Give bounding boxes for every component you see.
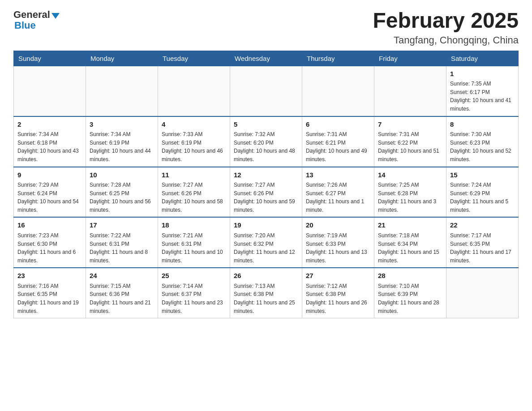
calendar-cell xyxy=(374,66,446,116)
day-number: 1 xyxy=(450,69,515,79)
calendar-cell: 6Sunrise: 7:31 AMSunset: 6:21 PMDaylight… xyxy=(302,116,374,167)
calendar-cell xyxy=(14,66,86,116)
day-info: Sunrise: 7:28 AMSunset: 6:25 PMDaylight:… xyxy=(90,181,154,214)
day-number: 10 xyxy=(90,170,154,180)
weekday-header-monday: Monday xyxy=(86,51,158,66)
day-number: 24 xyxy=(90,271,154,281)
day-info: Sunrise: 7:13 AMSunset: 6:38 PMDaylight:… xyxy=(234,282,298,315)
calendar-cell: 14Sunrise: 7:25 AMSunset: 6:28 PMDayligh… xyxy=(374,167,446,218)
month-title: February 2025 xyxy=(373,9,519,33)
day-number: 16 xyxy=(17,220,82,231)
day-info: Sunrise: 7:27 AMSunset: 6:26 PMDaylight:… xyxy=(162,181,226,214)
calendar-cell: 9Sunrise: 7:29 AMSunset: 6:24 PMDaylight… xyxy=(14,167,86,218)
day-info: Sunrise: 7:15 AMSunset: 6:36 PMDaylight:… xyxy=(90,282,154,315)
calendar-cell: 2Sunrise: 7:34 AMSunset: 6:18 PMDaylight… xyxy=(14,116,86,167)
logo-text-blue: Blue xyxy=(14,20,36,31)
day-info: Sunrise: 7:25 AMSunset: 6:28 PMDaylight:… xyxy=(378,181,442,214)
day-number: 4 xyxy=(162,120,226,130)
calendar-cell: 12Sunrise: 7:27 AMSunset: 6:26 PMDayligh… xyxy=(230,167,302,218)
day-number: 15 xyxy=(450,170,515,180)
day-number: 17 xyxy=(90,220,154,231)
day-number: 3 xyxy=(90,120,154,130)
day-number: 23 xyxy=(17,271,82,281)
day-number: 27 xyxy=(306,271,370,281)
logo-arrow-icon xyxy=(51,13,60,19)
calendar-cell: 4Sunrise: 7:33 AMSunset: 6:19 PMDaylight… xyxy=(158,116,230,167)
day-info: Sunrise: 7:17 AMSunset: 6:35 PMDaylight:… xyxy=(450,231,515,265)
day-number: 8 xyxy=(450,120,515,130)
calendar-cell: 10Sunrise: 7:28 AMSunset: 6:25 PMDayligh… xyxy=(86,167,158,218)
day-number: 19 xyxy=(234,220,298,231)
calendar-cell xyxy=(230,66,302,116)
logo: General Blue xyxy=(13,9,60,31)
calendar-cell xyxy=(86,66,158,116)
calendar-cell: 28Sunrise: 7:10 AMSunset: 6:39 PMDayligh… xyxy=(374,268,446,318)
logo-text-general: General xyxy=(13,9,50,21)
day-info: Sunrise: 7:23 AMSunset: 6:30 PMDaylight:… xyxy=(17,231,82,265)
calendar-cell: 24Sunrise: 7:15 AMSunset: 6:36 PMDayligh… xyxy=(86,268,158,318)
day-info: Sunrise: 7:24 AMSunset: 6:29 PMDaylight:… xyxy=(450,181,515,214)
week-row-3: 9Sunrise: 7:29 AMSunset: 6:24 PMDaylight… xyxy=(14,167,519,218)
calendar-cell: 27Sunrise: 7:12 AMSunset: 6:38 PMDayligh… xyxy=(302,268,374,318)
week-row-5: 23Sunrise: 7:16 AMSunset: 6:35 PMDayligh… xyxy=(14,268,519,318)
day-info: Sunrise: 7:32 AMSunset: 6:20 PMDaylight:… xyxy=(234,130,298,163)
day-info: Sunrise: 7:20 AMSunset: 6:32 PMDaylight:… xyxy=(234,231,298,265)
calendar-cell: 19Sunrise: 7:20 AMSunset: 6:32 PMDayligh… xyxy=(230,217,302,268)
weekday-header-tuesday: Tuesday xyxy=(158,51,230,66)
weekday-header-wednesday: Wednesday xyxy=(230,51,302,66)
day-number: 21 xyxy=(378,220,442,231)
day-number: 20 xyxy=(306,220,370,231)
calendar-cell: 26Sunrise: 7:13 AMSunset: 6:38 PMDayligh… xyxy=(230,268,302,318)
week-row-1: 1Sunrise: 7:35 AMSunset: 6:17 PMDaylight… xyxy=(14,66,519,116)
day-number: 9 xyxy=(17,170,82,180)
calendar-cell: 23Sunrise: 7:16 AMSunset: 6:35 PMDayligh… xyxy=(14,268,86,318)
calendar-cell: 3Sunrise: 7:34 AMSunset: 6:19 PMDaylight… xyxy=(86,116,158,167)
day-info: Sunrise: 7:34 AMSunset: 6:18 PMDaylight:… xyxy=(17,130,82,163)
calendar-cell: 16Sunrise: 7:23 AMSunset: 6:30 PMDayligh… xyxy=(14,217,86,268)
day-info: Sunrise: 7:27 AMSunset: 6:26 PMDaylight:… xyxy=(234,181,298,214)
page-header: General Blue February 2025 Tangfang, Cho… xyxy=(13,9,519,46)
week-row-4: 16Sunrise: 7:23 AMSunset: 6:30 PMDayligh… xyxy=(14,217,519,268)
day-info: Sunrise: 7:10 AMSunset: 6:39 PMDaylight:… xyxy=(378,282,442,315)
day-info: Sunrise: 7:16 AMSunset: 6:35 PMDaylight:… xyxy=(17,282,82,315)
day-number: 18 xyxy=(162,220,226,231)
day-info: Sunrise: 7:26 AMSunset: 6:27 PMDaylight:… xyxy=(306,181,370,214)
day-number: 28 xyxy=(378,271,442,281)
calendar-cell xyxy=(446,268,519,318)
day-info: Sunrise: 7:34 AMSunset: 6:19 PMDaylight:… xyxy=(90,130,154,163)
day-info: Sunrise: 7:14 AMSunset: 6:37 PMDaylight:… xyxy=(162,282,226,315)
day-number: 12 xyxy=(234,170,298,180)
day-number: 25 xyxy=(162,271,226,281)
calendar-table: SundayMondayTuesdayWednesdayThursdayFrid… xyxy=(13,51,519,318)
calendar-cell: 11Sunrise: 7:27 AMSunset: 6:26 PMDayligh… xyxy=(158,167,230,218)
day-number: 13 xyxy=(306,170,370,180)
day-info: Sunrise: 7:12 AMSunset: 6:38 PMDaylight:… xyxy=(306,282,370,315)
calendar-cell: 8Sunrise: 7:30 AMSunset: 6:23 PMDaylight… xyxy=(446,116,519,167)
location-title: Tangfang, Chongqing, China xyxy=(373,34,519,46)
calendar-cell: 7Sunrise: 7:31 AMSunset: 6:22 PMDaylight… xyxy=(374,116,446,167)
calendar-cell: 25Sunrise: 7:14 AMSunset: 6:37 PMDayligh… xyxy=(158,268,230,318)
day-info: Sunrise: 7:22 AMSunset: 6:31 PMDaylight:… xyxy=(90,231,154,265)
calendar-cell: 18Sunrise: 7:21 AMSunset: 6:31 PMDayligh… xyxy=(158,217,230,268)
calendar-cell: 15Sunrise: 7:24 AMSunset: 6:29 PMDayligh… xyxy=(446,167,519,218)
day-number: 2 xyxy=(17,120,82,130)
calendar-cell: 21Sunrise: 7:18 AMSunset: 6:34 PMDayligh… xyxy=(374,217,446,268)
day-number: 22 xyxy=(450,220,515,231)
day-info: Sunrise: 7:35 AMSunset: 6:17 PMDaylight:… xyxy=(450,80,515,113)
weekday-header-row: SundayMondayTuesdayWednesdayThursdayFrid… xyxy=(14,51,519,66)
day-info: Sunrise: 7:30 AMSunset: 6:23 PMDaylight:… xyxy=(450,130,515,163)
day-info: Sunrise: 7:31 AMSunset: 6:22 PMDaylight:… xyxy=(378,130,442,163)
weekday-header-thursday: Thursday xyxy=(302,51,374,66)
calendar-cell: 1Sunrise: 7:35 AMSunset: 6:17 PMDaylight… xyxy=(446,66,519,116)
calendar-cell: 17Sunrise: 7:22 AMSunset: 6:31 PMDayligh… xyxy=(86,217,158,268)
day-info: Sunrise: 7:21 AMSunset: 6:31 PMDaylight:… xyxy=(162,231,226,265)
calendar-cell xyxy=(302,66,374,116)
day-info: Sunrise: 7:29 AMSunset: 6:24 PMDaylight:… xyxy=(17,181,82,214)
weekday-header-saturday: Saturday xyxy=(446,51,519,66)
calendar-cell: 13Sunrise: 7:26 AMSunset: 6:27 PMDayligh… xyxy=(302,167,374,218)
calendar-cell: 20Sunrise: 7:19 AMSunset: 6:33 PMDayligh… xyxy=(302,217,374,268)
day-number: 14 xyxy=(378,170,442,180)
week-row-2: 2Sunrise: 7:34 AMSunset: 6:18 PMDaylight… xyxy=(14,116,519,167)
day-number: 26 xyxy=(234,271,298,281)
title-block: February 2025 Tangfang, Chongqing, China xyxy=(373,9,519,46)
